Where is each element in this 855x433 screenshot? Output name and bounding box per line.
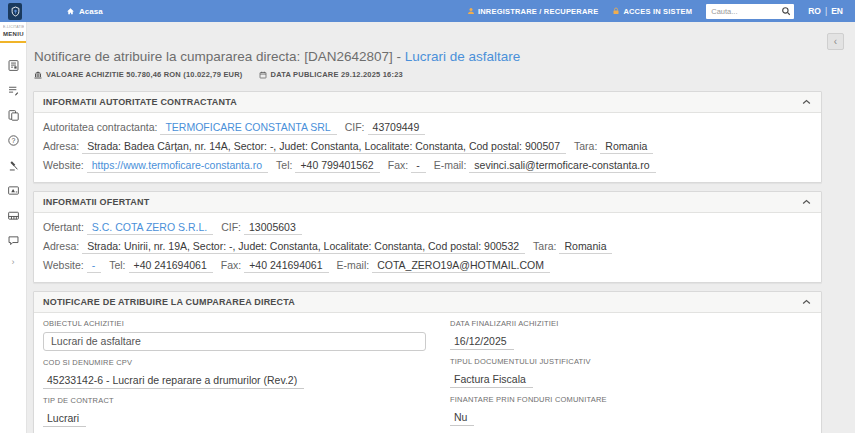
page-title-link[interactable]: Lucrari de asfaltare	[405, 49, 521, 64]
field-label: COD SI DENUMIRE CPV	[43, 358, 426, 367]
offerer-row-contact: Website:-Tel:+40 241694061Fax:+40 241694…	[43, 259, 811, 273]
finantare-value: Nu	[450, 411, 474, 426]
sidebar-item-auctions[interactable]	[0, 153, 27, 178]
meta-date-text: DATA PUBLICARE 29.12.2025 16:23	[271, 70, 403, 79]
sidebar-item-messages[interactable]	[0, 228, 27, 253]
sidebar-item-registers[interactable]	[0, 203, 27, 228]
procedures-list-icon	[7, 84, 20, 97]
lock-icon	[612, 7, 620, 15]
app-logo[interactable]	[8, 3, 22, 20]
topbar: Acasa INREGISTRARE / RECUPERARE ACCES IN…	[0, 0, 855, 22]
sidebar-item-help[interactable]: ?	[0, 128, 27, 153]
panel-authority-title: INFORMATII AUTORITATE CONTRACTANTA	[43, 97, 237, 107]
authority-cif-label: CIF:	[345, 121, 365, 133]
chat-icon	[7, 234, 20, 247]
field-label: DATA FINALIZARII ACHIZITIEI	[450, 319, 811, 328]
field-tip-contract: TIP DE CONTRACT Lucrari	[43, 396, 426, 427]
shield-logo-icon	[11, 6, 20, 17]
help-icon: ?	[7, 134, 20, 147]
field-label: FINANTARE PRIN FONDURI COMUNITARE	[450, 395, 811, 404]
nav-home-label: Acasa	[79, 7, 103, 16]
page-meta: VALOARE ACHIZITIE 50.780,46 RON (10.022,…	[34, 70, 822, 79]
sidebar-header: E-LICITATIE MENIU	[0, 22, 26, 43]
bank-icon	[34, 71, 42, 79]
search-icon[interactable]	[781, 6, 791, 16]
offerer-website-label: Website:	[43, 259, 84, 271]
authority-address-label: Adresa:	[43, 140, 79, 152]
calendar-icon	[259, 71, 267, 79]
sidebar-menu-label: MENIU	[3, 31, 24, 37]
tip-document-value: Factura Fiscala	[450, 373, 533, 388]
page-title-text: Notificare de atribuire la cumpararea di…	[34, 49, 401, 64]
authority-row-address: Adresa:Strada: Badea Cârțan, nr. 14A, Se…	[43, 140, 811, 154]
bulletin-icon	[7, 59, 20, 72]
back-button[interactable]: ‹	[827, 33, 844, 50]
offerer-row-name: Ofertant:S.C. COTA ZERO S.R.L.CIF:130056…	[43, 221, 811, 235]
language-switch: RO | EN	[808, 6, 843, 16]
field-label: TIPUL DOCUMENTULUI JUSTIFICATIV	[450, 357, 811, 366]
field-finantare-fonduri: FINANTARE PRIN FONDURI COMUNITARE Nu	[450, 395, 811, 426]
svg-text:?: ?	[11, 137, 15, 144]
authority-email-label: E-mail:	[434, 159, 467, 171]
authority-tel-label: Tel:	[276, 159, 292, 171]
field-data-finalizarii: DATA FINALIZARII ACHIZITIEI 16/12/2025	[450, 319, 811, 350]
authority-name-label: Autoritatea contractanta:	[43, 121, 157, 133]
nav-register-label: INREGISTRARE / RECUPERARE	[478, 7, 598, 16]
data-finalizarii-value: 16/12/2025	[450, 335, 514, 350]
authority-cif-value: 43709449	[368, 121, 426, 135]
authority-website-label: Website:	[43, 159, 84, 171]
nav-access-label: ACCES IN SISTEM	[623, 7, 692, 16]
cod-cpv-value: 45233142-6 - Lucrari de reparare a drumu…	[43, 374, 304, 389]
panel-notification: NOTIFICARE DE ATRIBUIRE LA CUMPARAREA DI…	[33, 291, 822, 433]
search-input[interactable]	[711, 7, 781, 16]
offerer-name-link[interactable]: S.C. COTA ZERO S.R.L.	[87, 221, 213, 235]
offerer-email-label: E-mail:	[337, 259, 370, 271]
field-label: TIP DE CONTRACT	[43, 396, 426, 405]
home-icon	[66, 7, 75, 16]
offerer-fax-value: +40 241694061	[244, 259, 328, 273]
authority-country-label: Tara:	[574, 140, 597, 152]
authority-name-link[interactable]: TERMOFICARE CONSTANTA SRL	[160, 121, 336, 135]
panel-authority: INFORMATII AUTORITATE CONTRACTANTA Autor…	[33, 91, 822, 183]
offerer-name-label: Ofertant:	[43, 221, 84, 233]
authority-country-value: Romania	[600, 140, 653, 154]
page-title: Notificare de atribuire la cumpararea di…	[34, 49, 822, 64]
main-content: ‹ Notificare de atribuire la cumpararea …	[27, 22, 855, 433]
field-tip-document: TIPUL DOCUMENTULUI JUSTIFICATIV Factura …	[450, 357, 811, 388]
offerer-cif-value: 13005603	[244, 221, 302, 235]
collapse-icon[interactable]	[802, 199, 811, 205]
authority-email-value: sevinci.sali@termoficare-constanta.ro	[469, 159, 655, 173]
offerer-country-value: Romania	[559, 240, 612, 254]
lang-en[interactable]: EN	[831, 6, 843, 16]
nav-register[interactable]: INREGISTRARE / RECUPERARE	[467, 7, 598, 16]
obiectul-achizitiei-input[interactable]	[43, 332, 426, 351]
clipboard-icon	[7, 109, 20, 122]
sidebar: E-LICITATIE MENIU ?	[0, 22, 27, 433]
sidebar-item-procedures[interactable]	[0, 78, 27, 103]
collapse-icon[interactable]	[802, 299, 811, 305]
search-box	[706, 4, 794, 19]
offerer-fax-label: Fax:	[221, 259, 241, 271]
sidebar-item-catalog[interactable]	[0, 178, 27, 203]
lang-separator: |	[825, 6, 827, 16]
offerer-email-value: COTA_ZERO19A@HOTMAIL.COM	[372, 259, 550, 273]
offerer-tel-value: +40 241694061	[129, 259, 213, 273]
offerer-website-value: -	[87, 259, 102, 273]
auction-gavel-icon	[7, 159, 20, 172]
offerer-tel-label: Tel:	[109, 259, 125, 271]
nav-home[interactable]: Acasa	[66, 7, 103, 16]
sidebar-item-bulletin[interactable]	[0, 53, 27, 78]
lang-ro[interactable]: RO	[808, 6, 821, 16]
id-card-icon	[7, 184, 20, 197]
offerer-row-address: Adresa:Strada: Unirii, nr. 19A, Sector: …	[43, 240, 811, 254]
collapse-icon[interactable]	[802, 99, 811, 105]
sidebar-item-clipboard[interactable]	[0, 103, 27, 128]
meta-date: DATA PUBLICARE 29.12.2025 16:23	[259, 70, 403, 79]
nav-access[interactable]: ACCES IN SISTEM	[612, 7, 692, 16]
field-obiectul-achizitiei: OBIECTUL ACHIZITIEI	[43, 319, 426, 351]
field-cod-cpv: COD SI DENUMIRE CPV 45233142-6 - Lucrari…	[43, 358, 426, 389]
authority-website-link[interactable]: https://www.termoficare-constanta.ro	[87, 159, 268, 173]
sidebar-expand-chevron[interactable]: ›	[0, 257, 26, 267]
meta-value: VALOARE ACHIZITIE 50.780,46 RON (10.022,…	[34, 70, 243, 79]
user-icon	[467, 7, 475, 15]
